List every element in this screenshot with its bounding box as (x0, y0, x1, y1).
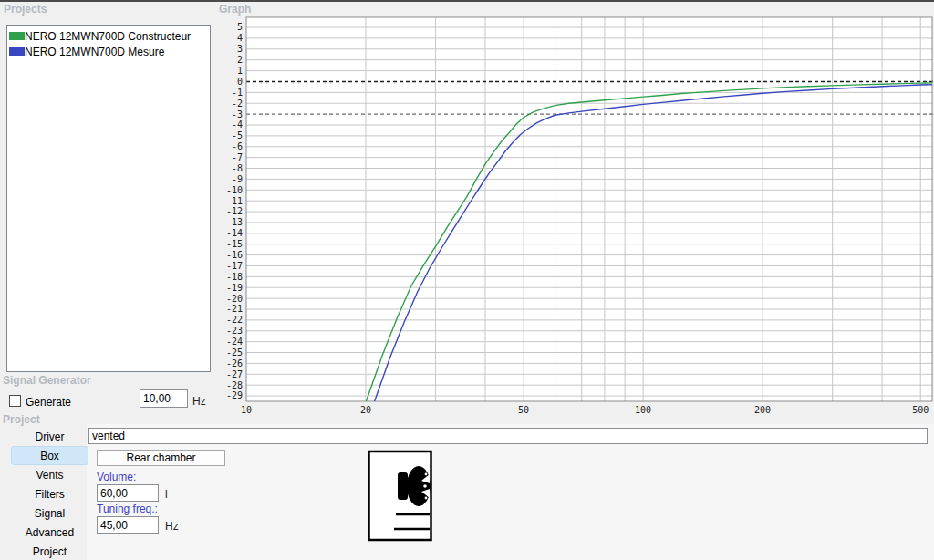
svg-text:10: 10 (241, 405, 252, 415)
tab-box[interactable]: Box (11, 446, 88, 465)
signal-generator-title: Signal Generator (3, 374, 91, 387)
svg-text:-29: -29 (226, 390, 243, 400)
svg-text:-6: -6 (232, 141, 243, 151)
series-color-swatch-icon (9, 32, 25, 40)
tab-driver[interactable]: Driver (11, 427, 88, 446)
tab-vents[interactable]: Vents (11, 465, 88, 484)
svg-text:100: 100 (635, 405, 651, 415)
svg-text:200: 200 (754, 405, 771, 415)
tab-project[interactable]: Project (11, 542, 88, 560)
svg-text:-12: -12 (226, 206, 243, 216)
projects-list[interactable]: NERO 12MWN700D ConstructeurNERO 12MWN700… (6, 25, 211, 372)
generate-checkbox[interactable] (9, 395, 21, 407)
project-list-item-label: NERO 12MWN700D Mesure (25, 46, 164, 58)
vented-box-diagram (368, 450, 432, 543)
svg-text:-14: -14 (226, 228, 243, 238)
svg-text:2: 2 (237, 55, 243, 65)
svg-text:-11: -11 (226, 196, 243, 206)
graph-panel-title: Graph (219, 3, 251, 16)
generator-frequency-unit: Hz (192, 395, 206, 408)
svg-text:1: 1 (237, 66, 243, 76)
svg-text:-21: -21 (226, 304, 243, 314)
svg-text:-8: -8 (232, 163, 243, 173)
project-list-item[interactable]: NERO 12MWN700D Constructeur (7, 28, 210, 44)
rear-chamber-button[interactable]: Rear chamber (97, 450, 225, 466)
svg-text:-4: -4 (232, 119, 243, 130)
svg-text:-25: -25 (226, 347, 243, 358)
svg-text:3: 3 (237, 44, 243, 54)
svg-text:-28: -28 (226, 380, 243, 390)
svg-text:-5: -5 (232, 130, 243, 140)
box-type-input[interactable] (88, 428, 928, 444)
svg-text:-17: -17 (226, 261, 243, 271)
svg-text:-2: -2 (232, 99, 243, 109)
window-top-divider (0, 0, 934, 2)
svg-text:4: 4 (237, 33, 243, 43)
series-color-swatch-icon (9, 47, 25, 56)
projects-panel-title: Projects (4, 3, 47, 16)
volume-label: Volume: (97, 471, 136, 483)
project-content-background (87, 424, 934, 560)
tab-advanced[interactable]: Advanced (11, 523, 88, 542)
svg-text:20: 20 (360, 405, 371, 415)
svg-text:-16: -16 (226, 250, 243, 260)
svg-text:-15: -15 (226, 239, 243, 249)
tuning-freq-unit: Hz (165, 520, 179, 533)
project-tabs: DriverBoxVentsFiltersSignalAdvancedProje… (11, 427, 88, 560)
svg-text:-27: -27 (226, 369, 243, 379)
svg-text:-9: -9 (232, 174, 243, 184)
svg-text:-1: -1 (232, 88, 243, 98)
svg-text:0: 0 (237, 77, 243, 87)
project-list-item[interactable]: NERO 12MWN700D Mesure (7, 44, 210, 59)
tab-filters[interactable]: Filters (11, 484, 88, 503)
svg-text:-7: -7 (232, 152, 243, 162)
svg-text:-10: -10 (226, 185, 243, 195)
svg-text:50: 50 (518, 405, 529, 415)
tuning-freq-label: Tuning freq.: (97, 503, 158, 515)
generator-frequency-input[interactable] (140, 389, 188, 408)
frequency-response-chart: 543210-1-2-3-4-5-6-7-8-9-10-11-12-13-14-… (219, 15, 934, 423)
generate-label: Generate (26, 396, 71, 409)
svg-text:-22: -22 (226, 315, 243, 325)
svg-text:-26: -26 (226, 358, 243, 368)
svg-text:5: 5 (237, 22, 243, 32)
tuning-freq-input[interactable] (97, 516, 159, 534)
svg-text:500: 500 (912, 405, 929, 415)
svg-text:-13: -13 (226, 217, 243, 227)
svg-text:-23: -23 (226, 326, 243, 336)
volume-input[interactable] (97, 484, 159, 502)
tab-signal[interactable]: Signal (11, 503, 88, 523)
project-panel-title: Project (3, 413, 40, 426)
svg-text:-18: -18 (226, 272, 243, 282)
svg-text:-19: -19 (226, 283, 243, 293)
project-list-item-label: NERO 12MWN700D Constructeur (25, 30, 191, 43)
svg-text:-20: -20 (226, 294, 243, 304)
svg-text:-24: -24 (226, 337, 243, 347)
svg-text:-3: -3 (232, 109, 243, 119)
volume-unit: l (165, 488, 168, 501)
